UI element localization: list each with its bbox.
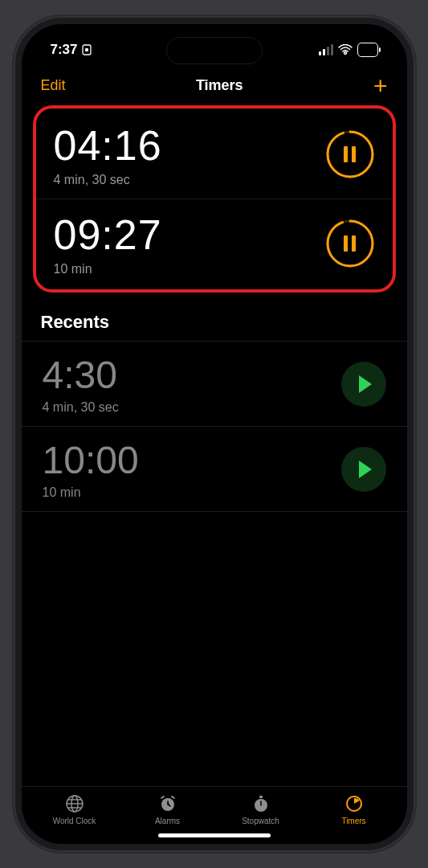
add-timer-button[interactable]: + bbox=[373, 78, 388, 94]
tab-label: World Clock bbox=[53, 817, 96, 825]
active-timer-row[interactable]: 09:27 10 min bbox=[36, 199, 393, 288]
recent-duration-large: 4:30 bbox=[43, 353, 119, 397]
tab-world-clock[interactable]: World Clock bbox=[28, 793, 121, 825]
start-button[interactable] bbox=[341, 447, 386, 492]
stopwatch-icon bbox=[251, 794, 271, 813]
tab-alarms[interactable]: Alarms bbox=[121, 793, 214, 825]
timer-remaining: 04:16 bbox=[54, 121, 162, 170]
dynamic-island bbox=[166, 37, 263, 64]
svg-rect-11 bbox=[259, 796, 263, 798]
start-button[interactable] bbox=[341, 362, 386, 407]
content-area: 04:16 4 min, 30 sec 09:27 10 min bbox=[22, 105, 407, 786]
pause-button[interactable] bbox=[325, 219, 375, 268]
progress-ring-icon bbox=[325, 129, 375, 179]
timer-duration: 4 min, 30 sec bbox=[54, 173, 162, 187]
edit-button[interactable]: Edit bbox=[41, 77, 66, 94]
battery-level: 58 bbox=[361, 44, 374, 55]
active-timer-row[interactable]: 04:16 4 min, 30 sec bbox=[36, 110, 393, 199]
recent-timer-row[interactable]: 4:30 4 min, 30 sec bbox=[22, 341, 407, 426]
home-indicator[interactable] bbox=[158, 833, 271, 837]
progress-ring-icon bbox=[325, 219, 375, 268]
tab-timers[interactable]: Timers bbox=[308, 793, 401, 825]
recent-duration-label: 10 min bbox=[43, 485, 139, 500]
alarm-icon bbox=[158, 794, 177, 813]
tab-stopwatch[interactable]: Stopwatch bbox=[214, 793, 308, 825]
pause-button[interactable] bbox=[325, 129, 375, 179]
active-timers-highlight: 04:16 4 min, 30 sec 09:27 10 min bbox=[33, 105, 396, 293]
wifi-icon bbox=[338, 44, 353, 55]
status-time: 7:37 bbox=[51, 42, 78, 58]
recent-duration-large: 10:00 bbox=[43, 438, 139, 482]
recent-timer-row[interactable]: 10:00 10 min bbox=[22, 426, 407, 512]
tab-label: Stopwatch bbox=[242, 817, 279, 825]
screen-record-icon bbox=[81, 44, 92, 55]
globe-icon bbox=[65, 794, 84, 813]
play-icon bbox=[359, 461, 372, 478]
phone-frame: 7:37 58 Edit Timers + bbox=[14, 16, 415, 852]
tab-bar: World Clock Alarms Stopwatch Timers bbox=[22, 786, 407, 827]
svg-point-3 bbox=[328, 132, 373, 177]
tab-label: Timers bbox=[341, 817, 365, 825]
play-icon bbox=[359, 375, 372, 393]
recent-duration-label: 4 min, 30 sec bbox=[43, 400, 119, 415]
screen: 7:37 58 Edit Timers + bbox=[22, 24, 407, 844]
timer-duration: 10 min bbox=[54, 262, 162, 276]
svg-point-1 bbox=[84, 48, 88, 51]
timer-remaining: 09:27 bbox=[54, 211, 162, 259]
recents-header: Recents bbox=[22, 293, 407, 341]
cellular-icon bbox=[319, 44, 333, 55]
tab-label: Alarms bbox=[155, 817, 180, 825]
battery-icon: 58 bbox=[357, 43, 377, 57]
page-title: Timers bbox=[196, 77, 243, 94]
timer-icon bbox=[344, 794, 364, 813]
svg-point-5 bbox=[328, 221, 373, 266]
nav-bar: Edit Timers + bbox=[22, 71, 407, 105]
